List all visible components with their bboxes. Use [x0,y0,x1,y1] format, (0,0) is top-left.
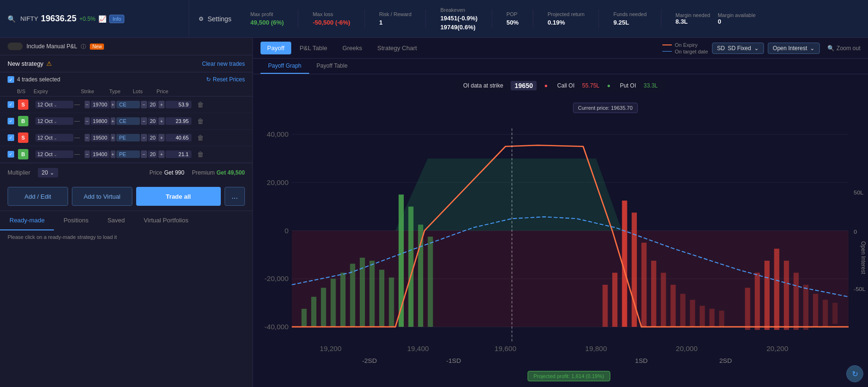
dash-1: — [74,118,84,124]
svg-text:-1SD: -1SD [446,358,461,364]
open-interest-label: Open Interest [773,45,807,52]
price-input-3[interactable]: 21.1 [165,150,191,158]
lots-value-2: 20 [148,134,157,141]
trade-checkbox-2[interactable]: ✓ [8,134,14,141]
divider [298,9,298,28]
expiry-value-1: 12 Oct [37,118,52,124]
chart-tab-payoff[interactable]: Payoff [260,42,291,54]
strike-minus-2[interactable]: − [85,134,90,141]
svg-text:19,600: 19,600 [495,345,516,352]
lots-plus-1[interactable]: + [158,117,165,125]
select-all-checkbox[interactable]: ✓ [8,76,14,83]
add-virtual-button[interactable]: Add to Virtual [72,187,132,206]
refresh-button[interactable]: ↻ [846,365,863,382]
type-badge-3: PE [116,150,140,158]
expiry-select-3[interactable]: 12 Oct ⌄ [35,150,73,158]
manual-pl-toggle[interactable] [8,43,23,50]
chart-tab-greeks[interactable]: Greeks [336,42,369,54]
legend-on-expiry: On Expiry [662,42,708,48]
strike-value-3: 19400 [91,150,110,158]
lots-minus-1[interactable]: − [141,117,147,125]
strike-plus-2[interactable]: + [111,134,116,141]
lots-plus-3[interactable]: + [158,150,165,158]
search-section: 🔍 NIFTY 19636.25 +0.5% 📈 Info [0,0,189,37]
multiplier-select[interactable]: 20 ⌄ [38,168,58,177]
sd-chevron-icon: ⌄ [754,45,759,52]
expiry-value-3: 12 Oct [37,151,52,157]
bottom-tab-positions[interactable]: Positions [54,211,98,230]
sd-control[interactable]: SD SD Fixed ⌄ [712,43,764,54]
col-strike: Strike [81,88,109,94]
trade-all-button[interactable]: Trade all [136,187,221,206]
trade-checkbox-1[interactable]: ✓ [8,118,14,124]
delete-trade-1[interactable]: 🗑 [197,117,207,125]
price-input-1[interactable]: 23.95 [165,117,191,125]
margin-available-label: Margin available [718,12,755,18]
more-options-button[interactable]: ... [225,187,245,206]
help-icon[interactable]: ⓘ [81,43,86,50]
zoom-out-button[interactable]: 🔍 Zoom out [827,45,860,52]
add-edit-button[interactable]: Add / Edit [8,187,68,206]
lots-minus-2[interactable]: − [141,134,147,141]
bottom-tab-saved[interactable]: Saved [98,211,134,230]
bottom-tab-ready-made[interactable]: Ready-made [0,211,54,230]
top-bar: 🔍 NIFTY 19636.25 +0.5% 📈 Info ⚙ Settings… [0,0,868,38]
strike-plus-3[interactable]: + [111,150,116,158]
trade-checkbox-3[interactable]: ✓ [8,151,14,158]
lots-minus-3[interactable]: − [141,150,147,158]
strike-minus-3[interactable]: − [85,150,90,158]
settings-button[interactable]: ⚙ Settings [189,0,241,37]
clear-new-trades-link[interactable]: Clear new trades [202,61,245,67]
svg-rect-36 [418,225,423,327]
delete-trade-2[interactable]: 🗑 [197,134,207,141]
bottom-tab-virtual-portfolios[interactable]: Virtual Portfolios [134,211,198,230]
lots-minus-0[interactable]: − [141,101,147,108]
reset-prices-button[interactable]: ↻ Reset Prices [206,76,245,83]
expiry-select-1[interactable]: 12 Oct ⌄ [35,117,73,125]
open-interest-control[interactable]: Open Interest ⌄ [768,43,820,54]
chevron-icon: ⌄ [53,152,57,157]
expiry-value-2: 12 Oct [37,135,52,141]
right-panel: PayoffP&L TableGreeksStrategy Chart On E… [253,38,868,387]
strike-minus-1[interactable]: − [85,117,90,125]
chart-tab-p-l-table[interactable]: P&L Table [293,42,334,54]
chart-tab-strategy-chart[interactable]: Strategy Chart [371,42,424,54]
oi-strike-value: 19650 [511,81,537,90]
svg-rect-53 [764,261,770,330]
warning-icon: ⚠ [46,60,52,67]
trade-checkbox-0[interactable]: ✓ [8,101,14,108]
lots-plus-2[interactable]: + [158,134,165,141]
settings-label: Settings [208,15,232,23]
svg-rect-25 [311,297,316,327]
call-oi-value: 55.75L [582,82,599,89]
svg-rect-49 [709,309,714,327]
expiry-select-2[interactable]: 12 Oct ⌄ [35,134,73,141]
gear-icon: ⚙ [199,16,204,22]
breakeven-label: Breakeven [440,7,477,13]
col-bs: B/S [17,88,34,94]
price-input-0[interactable]: 53.9 [165,101,191,108]
lots-plus-0[interactable]: + [158,101,165,108]
chevron-icon: ⌄ [53,135,57,141]
toggle-row: Include Manual P&L ⓘ New [0,38,252,55]
trades-count: ✓ 4 trades selected [8,76,60,83]
max-loss-label: Max loss [312,11,350,17]
multiplier-label: Multiplier [8,169,30,176]
delete-trade-0[interactable]: 🗑 [197,101,207,108]
strike-plus-0[interactable]: + [111,101,116,108]
search-icon[interactable]: 🔍 [8,15,16,23]
expiry-select-0[interactable]: 12 Oct ⌄ [35,101,73,108]
funds-needed-label: Funds needed [613,11,646,17]
info-badge[interactable]: Info [109,15,124,23]
reset-prices-label: Reset Prices [213,76,245,83]
strike-minus-0[interactable]: − [85,101,90,108]
payoff-tab-payoff-table[interactable]: Payoff Table [309,59,356,74]
svg-rect-38 [603,285,608,327]
payoff-tabs: Payoff GraphPayoff Table [253,59,868,74]
dash-0: — [74,101,84,108]
strike-plus-1[interactable]: + [111,117,116,125]
delete-trade-3[interactable]: 🗑 [197,150,207,158]
svg-text:Open Interest: Open Interest [860,241,867,274]
payoff-tab-payoff-graph[interactable]: Payoff Graph [260,59,309,74]
price-input-2[interactable]: 40.65 [165,134,191,141]
